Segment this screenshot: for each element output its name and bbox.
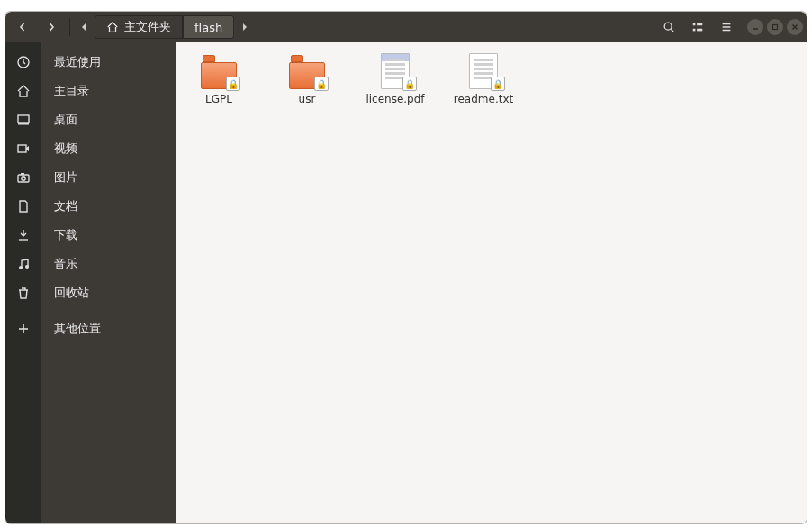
trash-icon bbox=[16, 286, 31, 300]
path-forward-chevron[interactable] bbox=[236, 23, 254, 32]
download-icon bbox=[16, 228, 31, 242]
file-manager-window: 主文件夹 flash 最近使用主目录桌面视频图片文档下载音乐回收站其他位置 � bbox=[5, 12, 807, 523]
sidebar-item-5[interactable]: 文档 bbox=[41, 192, 176, 221]
list-view-icon bbox=[691, 21, 704, 33]
sidebar-item-1[interactable]: 主目录 bbox=[41, 77, 176, 105]
triangle-right-icon bbox=[241, 23, 248, 32]
maximize-icon bbox=[771, 23, 779, 31]
music-icon bbox=[16, 257, 31, 271]
svg-point-18 bbox=[22, 177, 25, 180]
lock-icon: 🔒 bbox=[402, 77, 417, 91]
svg-rect-14 bbox=[18, 115, 29, 123]
home-icon bbox=[16, 84, 31, 98]
triangle-left-icon bbox=[80, 23, 87, 32]
breadcrumb-home-label: 主文件夹 bbox=[124, 19, 171, 35]
sidebar-item-4[interactable]: 图片 bbox=[41, 163, 176, 192]
svg-point-21 bbox=[19, 266, 23, 269]
separator bbox=[69, 18, 70, 36]
sidebar-item-7[interactable]: 音乐 bbox=[41, 250, 176, 278]
sidebar-item-6[interactable]: 下载 bbox=[41, 221, 176, 250]
sidebar-item-2[interactable]: 桌面 bbox=[41, 105, 176, 134]
sidebar-icon-desktop-icon[interactable] bbox=[5, 105, 41, 134]
svg-point-0 bbox=[664, 23, 672, 30]
sidebar-icon-video-icon[interactable] bbox=[5, 134, 41, 163]
path-back-chevron[interactable] bbox=[75, 23, 93, 32]
file-item[interactable]: 🔒usr bbox=[274, 53, 340, 105]
breadcrumb-current[interactable]: flash bbox=[183, 15, 234, 39]
window-controls bbox=[747, 19, 803, 35]
svg-rect-16 bbox=[18, 145, 26, 152]
svg-line-1 bbox=[671, 29, 673, 32]
sidebar-item-0[interactable]: 最近使用 bbox=[41, 48, 176, 77]
file-item[interactable]: 🔒LGPL bbox=[185, 53, 252, 105]
file-label: readme.txt bbox=[454, 93, 513, 105]
sidebar-icon-document-icon[interactable] bbox=[5, 192, 41, 221]
file-label: usr bbox=[299, 93, 316, 105]
svg-point-22 bbox=[25, 265, 29, 269]
hamburger-icon bbox=[720, 21, 733, 33]
folder-icon: 🔒 bbox=[199, 53, 239, 89]
maximize-button[interactable] bbox=[767, 19, 783, 35]
camera-icon bbox=[16, 170, 31, 185]
view-mode-button[interactable] bbox=[684, 15, 711, 39]
sidebar-icon-camera-icon[interactable] bbox=[5, 163, 41, 192]
menu-button[interactable] bbox=[713, 15, 740, 39]
document-icon bbox=[16, 199, 31, 214]
sidebar-icon-clock-icon[interactable] bbox=[5, 48, 41, 77]
sidebar-icon-download-icon[interactable] bbox=[5, 221, 41, 250]
sidebar-icon-rail bbox=[5, 42, 41, 523]
text-file-icon: 🔒 bbox=[464, 53, 503, 89]
lock-icon: 🔒 bbox=[491, 77, 505, 91]
file-item[interactable]: 🔒license.pdf bbox=[362, 53, 429, 105]
plus-icon bbox=[16, 322, 31, 336]
svg-rect-10 bbox=[773, 25, 778, 30]
search-icon bbox=[663, 21, 675, 33]
video-icon bbox=[16, 141, 31, 156]
svg-rect-5 bbox=[697, 29, 702, 32]
close-button[interactable] bbox=[787, 19, 803, 35]
breadcrumb-current-label: flash bbox=[194, 21, 222, 34]
file-label: license.pdf bbox=[365, 93, 424, 105]
svg-rect-2 bbox=[693, 23, 696, 26]
svg-rect-4 bbox=[693, 29, 696, 32]
close-icon bbox=[791, 23, 798, 31]
lock-icon: 🔒 bbox=[226, 77, 240, 91]
file-item[interactable]: 🔒readme.txt bbox=[450, 53, 517, 105]
svg-rect-19 bbox=[21, 173, 24, 175]
file-label: LGPL bbox=[205, 93, 232, 105]
home-icon bbox=[106, 21, 119, 33]
folder-icon: 🔒 bbox=[287, 53, 327, 89]
chevron-left-icon bbox=[18, 23, 27, 32]
search-button[interactable] bbox=[655, 15, 682, 39]
sidebar-icon-home-icon[interactable] bbox=[5, 77, 41, 105]
sidebar-item-9[interactable]: 其他位置 bbox=[41, 314, 176, 343]
pdf-icon: 🔒 bbox=[375, 53, 415, 89]
sidebar-icon-plus-icon[interactable] bbox=[5, 314, 41, 343]
back-button[interactable] bbox=[9, 15, 36, 39]
chevron-right-icon bbox=[47, 23, 56, 32]
svg-rect-15 bbox=[18, 123, 29, 125]
minimize-icon bbox=[752, 23, 759, 31]
lock-icon: 🔒 bbox=[314, 77, 329, 91]
forward-button[interactable] bbox=[38, 15, 65, 39]
sidebar-item-8[interactable]: 回收站 bbox=[41, 278, 176, 307]
clock-icon bbox=[16, 55, 31, 69]
minimize-button[interactable] bbox=[747, 19, 763, 35]
svg-rect-3 bbox=[697, 23, 702, 26]
sidebar-icon-trash-icon[interactable] bbox=[5, 278, 41, 307]
breadcrumb-home[interactable]: 主文件夹 bbox=[95, 15, 183, 39]
file-grid[interactable]: 🔒LGPL🔒usr🔒license.pdf🔒readme.txt bbox=[176, 42, 807, 523]
desktop-icon bbox=[16, 113, 31, 127]
sidebar-label-rail: 最近使用主目录桌面视频图片文档下载音乐回收站其他位置 bbox=[41, 42, 176, 523]
sidebar-icon-music-icon[interactable] bbox=[5, 250, 41, 278]
sidebar-item-3[interactable]: 视频 bbox=[41, 134, 176, 163]
breadcrumb: 主文件夹 flash bbox=[95, 15, 234, 39]
toolbar: 主文件夹 flash bbox=[5, 12, 807, 42]
